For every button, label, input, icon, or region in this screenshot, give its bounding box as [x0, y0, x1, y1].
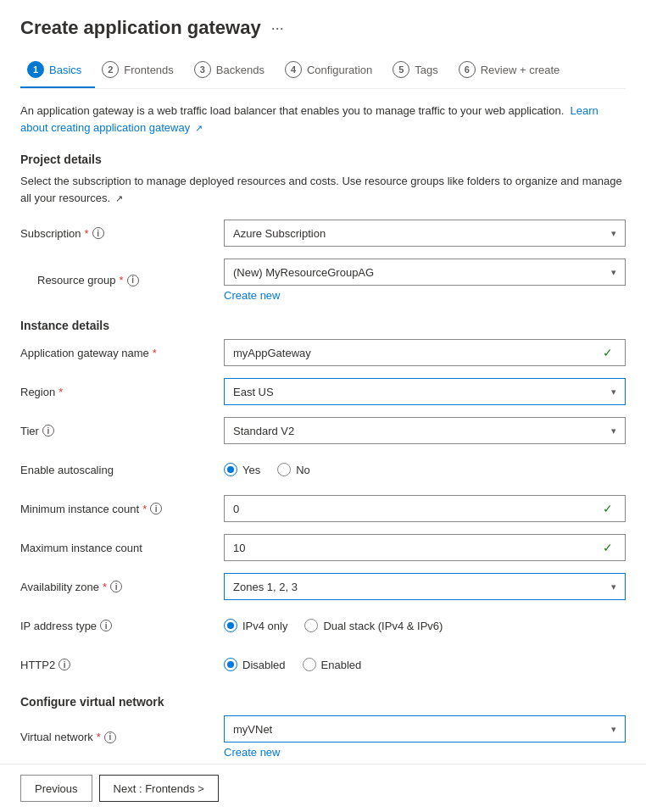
http2-row: HTTP2 i Disabled Enabled	[20, 651, 626, 678]
autoscaling-radio-group: Yes No	[224, 463, 626, 476]
resource-group-value: (New) MyResourceGroupAG	[233, 266, 611, 279]
autoscaling-yes-radio[interactable]	[224, 463, 237, 476]
availability-zone-dropdown[interactable]: Zones 1, 2, 3 ▾	[224, 573, 626, 600]
virtual-network-row: Virtual network * i myVNet ▾ Create new	[20, 715, 626, 759]
info-banner-text: An application gateway is a web traffic …	[20, 104, 567, 117]
tab-frontends[interactable]: 2 Frontends	[95, 53, 187, 88]
ip-dual-stack[interactable]: Dual stack (IPv4 & IPv6)	[304, 619, 443, 632]
min-instance-control: 0 ✓	[224, 495, 626, 522]
info-banner: An application gateway is a web traffic …	[20, 103, 626, 136]
bottom-bar: Previous Next : Frontends >	[0, 764, 646, 812]
tier-control: Standard V2 ▾	[224, 417, 626, 444]
autoscaling-control: Yes No	[224, 463, 626, 476]
tab-number-2: 2	[102, 61, 119, 78]
region-label: Region *	[20, 386, 224, 398]
http2-enabled-radio[interactable]	[303, 658, 316, 671]
app-gateway-name-check: ✓	[603, 346, 613, 359]
min-instance-input[interactable]: 0 ✓	[224, 495, 626, 522]
autoscaling-yes-label: Yes	[242, 464, 260, 476]
subscription-dropdown[interactable]: Azure Subscription ▾	[224, 220, 626, 247]
virtual-network-info-icon[interactable]: i	[104, 731, 116, 743]
tab-number-6: 6	[459, 61, 476, 78]
region-control: East US ▾	[224, 378, 626, 405]
virtual-network-dropdown[interactable]: myVNet ▾	[224, 715, 626, 742]
tab-review-create[interactable]: 6 Review + create	[452, 53, 574, 88]
next-button[interactable]: Next : Frontends >	[99, 775, 219, 802]
autoscaling-label: Enable autoscaling	[20, 464, 224, 476]
availability-zone-caret: ▾	[611, 581, 616, 592]
virtual-network-section-header: Configure virtual network	[20, 695, 626, 709]
virtual-network-required: *	[97, 731, 101, 743]
http2-enabled[interactable]: Enabled	[303, 658, 362, 671]
project-details-description: Select the subscription to manage deploy…	[20, 173, 626, 206]
availability-zone-info-icon[interactable]: i	[110, 581, 122, 592]
tab-tags[interactable]: 5 Tags	[386, 53, 451, 88]
max-instance-count-row: Maximum instance count 10 ✓	[20, 534, 626, 561]
availability-zone-required: *	[103, 581, 107, 593]
tier-dropdown[interactable]: Standard V2 ▾	[224, 417, 626, 444]
tier-value: Standard V2	[233, 425, 611, 437]
tab-basics[interactable]: 1 Basics	[20, 53, 95, 88]
virtual-network-label: Virtual network * i	[20, 731, 224, 743]
tab-number-4: 4	[285, 61, 302, 78]
subscription-value: Azure Subscription	[233, 227, 611, 240]
subscription-info-icon[interactable]: i	[92, 227, 104, 239]
http2-disabled-radio[interactable]	[224, 658, 237, 671]
page-menu-dots[interactable]: ···	[271, 19, 284, 37]
ip-type-info-icon[interactable]: i	[100, 620, 112, 631]
resource-group-label: Resource group * i	[20, 274, 224, 286]
resource-group-row: Resource group * i (New) MyResourceGroup…	[20, 259, 626, 302]
http2-info-icon[interactable]: i	[58, 659, 70, 670]
ip-dual-radio[interactable]	[304, 619, 318, 632]
region-caret: ▾	[611, 387, 616, 398]
project-details-header: Project details	[20, 153, 626, 166]
wizard-tabs: 1 Basics 2 Frontends 3 Backends 4 Config…	[20, 53, 626, 89]
tab-label-backends: Backends	[216, 64, 265, 76]
ip-ipv4-only[interactable]: IPv4 only	[224, 619, 287, 632]
max-instance-value: 10	[233, 542, 603, 554]
max-instance-count-label: Maximum instance count	[20, 542, 224, 554]
ip-dual-label: Dual stack (IPv4 & IPv6)	[323, 620, 443, 632]
tier-info-icon[interactable]: i	[42, 425, 54, 437]
virtual-network-control: myVNet ▾ Create new	[224, 715, 626, 759]
ip-address-type-control: IPv4 only Dual stack (IPv4 & IPv6)	[224, 619, 626, 632]
min-instance-required: *	[142, 503, 147, 515]
previous-button[interactable]: Previous	[20, 775, 92, 802]
min-instance-count-label: Minimum instance count * i	[20, 503, 224, 515]
availability-zone-control: Zones 1, 2, 3 ▾	[224, 573, 626, 600]
tier-row: Tier i Standard V2 ▾	[20, 417, 626, 444]
resource-group-dropdown[interactable]: (New) MyResourceGroupAG ▾	[224, 259, 626, 286]
resource-group-required: *	[120, 274, 124, 286]
min-instance-info-icon[interactable]: i	[150, 503, 162, 514]
app-gateway-name-required: *	[153, 347, 157, 359]
tab-backends[interactable]: 3 Backends	[187, 53, 278, 88]
tab-label-basics: Basics	[49, 64, 81, 76]
http2-label: HTTP2 i	[20, 659, 224, 671]
tab-configuration[interactable]: 4 Configuration	[278, 53, 386, 88]
page-title: Create application gateway	[20, 17, 261, 39]
autoscaling-yes[interactable]: Yes	[224, 463, 260, 476]
subscription-caret: ▾	[611, 228, 616, 239]
resource-group-create-new[interactable]: Create new	[224, 289, 626, 302]
region-value: East US	[233, 386, 611, 398]
availability-zone-value: Zones 1, 2, 3	[233, 581, 611, 593]
max-instance-input[interactable]: 10 ✓	[224, 534, 626, 561]
autoscaling-no-radio[interactable]	[277, 463, 291, 476]
project-external-icon: ↗	[115, 193, 123, 203]
http2-disabled[interactable]: Disabled	[224, 658, 286, 671]
region-dropdown[interactable]: East US ▾	[224, 378, 626, 405]
http2-radio-group: Disabled Enabled	[224, 658, 626, 671]
resource-group-info-icon[interactable]: i	[127, 275, 139, 286]
max-instance-control: 10 ✓	[224, 534, 626, 561]
tab-label-tags: Tags	[415, 64, 437, 76]
virtual-network-create-new[interactable]: Create new	[224, 746, 626, 759]
region-row: Region * East US ▾	[20, 378, 626, 405]
ip-address-type-label: IP address type i	[20, 620, 224, 632]
subscription-row: Subscription * i Azure Subscription ▾	[20, 220, 626, 247]
http2-enabled-label: Enabled	[321, 659, 362, 671]
app-gateway-name-input[interactable]: myAppGateway ✓	[224, 339, 626, 366]
instance-details-header: Instance details	[20, 319, 626, 332]
ip-ipv4-radio[interactable]	[224, 619, 237, 632]
autoscaling-no[interactable]: No	[277, 463, 310, 476]
resource-group-caret: ▾	[611, 267, 616, 278]
